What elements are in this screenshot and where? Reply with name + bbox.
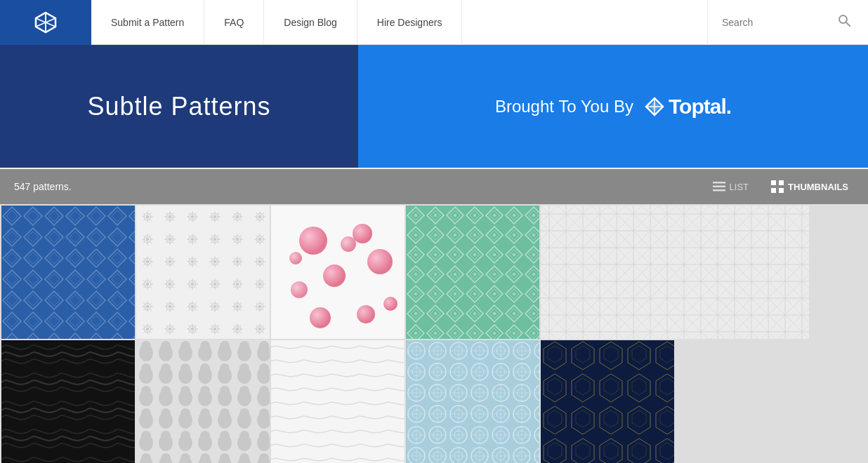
svg-rect-45 [406,206,539,339]
hero-title: Subtle Patterns [87,92,270,121]
svg-point-39 [341,236,356,252]
toptal-logo[interactable]: Toptal. [645,95,731,119]
svg-rect-51 [541,206,809,339]
pink-bubbles-svg [271,206,405,339]
blue-diamond-svg [1,206,135,339]
pattern-white-geo[interactable] [541,206,809,339]
black-wave-svg [1,340,135,463]
svg-point-35 [291,281,308,298]
svg-point-32 [353,224,372,243]
dark-navy-hex-svg [541,340,674,463]
toptal-diamond-icon [645,97,664,116]
pattern-dark-navy-hex[interactable] [541,340,674,463]
green-diamond-svg [406,206,539,339]
pattern-pink-bubbles[interactable] [271,206,405,339]
svg-rect-29 [136,206,270,339]
pattern-light-blue[interactable] [406,340,539,463]
svg-point-38 [357,305,375,323]
pattern-white-blob[interactable] [136,340,270,463]
svg-rect-21 [1,206,135,339]
list-view-button[interactable]: LIST [707,179,754,195]
pattern-white-wave[interactable] [271,340,405,463]
svg-rect-69 [541,340,674,463]
search-icon [837,13,851,27]
toolbar: 547 patterns. LIST THUMBNAILS [0,169,868,204]
search-area [707,0,868,45]
pattern-row-2 [1,340,867,463]
hero-left: Subtle Patterns [0,45,358,168]
svg-point-36 [383,297,397,311]
pattern-row-1 [1,206,867,339]
svg-rect-65 [406,340,539,463]
svg-point-31 [299,227,327,255]
svg-rect-53 [1,340,135,463]
pattern-green-diamond[interactable] [406,206,539,339]
white-wave-svg [271,340,405,463]
svg-rect-17 [779,188,784,193]
toptal-brand-name: Toptal. [669,95,731,119]
svg-rect-12 [713,186,725,188]
patterns-grid [0,204,868,463]
nav-blog[interactable]: Design Blog [264,0,357,45]
search-input[interactable] [722,17,834,28]
white-blob-svg [136,340,270,463]
nav-submit[interactable]: Submit a Pattern [91,0,204,45]
pattern-black-wave[interactable] [1,340,135,463]
svg-line-6 [846,22,850,27]
list-label: LIST [730,182,749,192]
hero-banner: Subtle Patterns Brought To You By Toptal… [0,45,868,168]
search-button[interactable] [834,11,854,34]
svg-point-37 [310,307,331,328]
pattern-blue-diamond[interactable] [1,206,135,339]
nav-links: Submit a Pattern FAQ Design Blog Hire De… [91,0,707,45]
thumbnails-label: THUMBNAILS [788,182,848,192]
list-icon [713,182,725,192]
nav-hire[interactable]: Hire Designers [357,0,463,45]
navbar: Submit a Pattern FAQ Design Blog Hire De… [0,0,868,45]
svg-rect-16 [771,188,776,193]
svg-point-33 [367,249,393,274]
hero-right[interactable]: Brought To You By Toptal. [358,45,868,168]
svg-rect-11 [713,182,725,184]
svg-rect-14 [771,180,776,185]
brought-to-you-text: Brought To You By [495,97,633,116]
svg-point-40 [289,252,302,264]
pattern-white-snowflake[interactable] [136,206,270,339]
logo[interactable] [0,0,91,45]
svg-rect-59 [271,340,405,463]
white-geo-svg [541,206,809,339]
svg-point-34 [323,264,346,287]
nav-faq[interactable]: FAQ [204,0,264,45]
thumbnails-view-button[interactable]: THUMBNAILS [765,177,854,196]
svg-rect-13 [713,189,725,192]
thumbnails-icon [771,180,784,193]
svg-rect-15 [779,180,784,185]
logo-icon [32,8,60,36]
view-toggle: LIST THUMBNAILS [707,177,854,196]
svg-rect-57 [136,340,270,463]
light-blue-geo-svg [406,340,539,463]
pattern-count: 547 patterns. [14,181,72,192]
white-snowflake-svg [136,206,270,339]
